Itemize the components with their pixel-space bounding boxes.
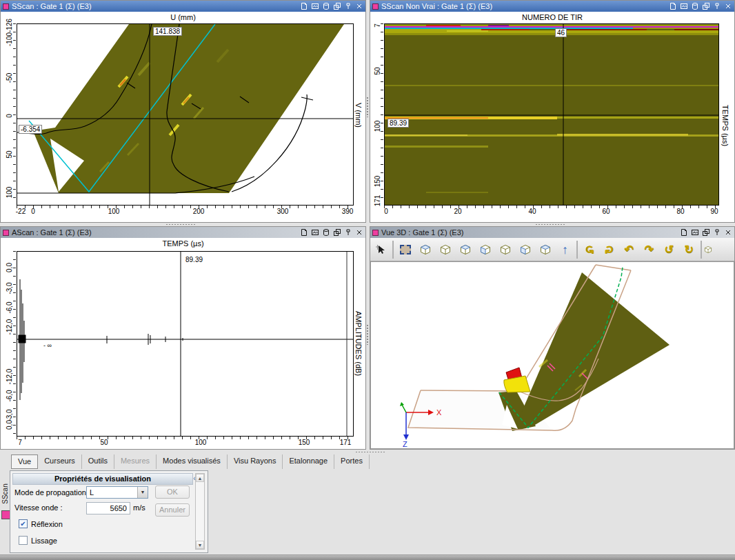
gate-color-swatch	[372, 3, 379, 10]
nv-y-tick: 150	[374, 176, 381, 188]
up-arrow-icon: ↑	[562, 243, 568, 256]
restore-icon[interactable]	[333, 2, 341, 10]
ascan-y-tick: -6,0	[6, 390, 13, 401]
splitter-handle[interactable]	[366, 324, 369, 345]
pin-icon[interactable]	[713, 2, 721, 10]
ascan-content: TEMPS (µs) 0,0 -3,0 -6,0 -12,0 -12,0 -6,…	[1, 238, 365, 449]
cancel-button[interactable]: Annuler	[155, 503, 190, 517]
rotate-down-button[interactable]: ↻	[599, 239, 619, 260]
sscan-side-tab[interactable]: SScan	[0, 481, 10, 523]
nv-x-tick: 20	[454, 208, 461, 215]
close-icon[interactable]	[724, 2, 732, 10]
ascan-y-axis-title: AMPLITUDES (dB)	[354, 311, 363, 376]
ascan-plot[interactable]: 89.39 - ∞	[17, 251, 354, 437]
pointer-tool-button[interactable]	[371, 239, 391, 260]
splitter-handle[interactable]	[366, 97, 369, 117]
pin-icon[interactable]	[344, 2, 352, 10]
sscan-plot[interactable]: 141.838 -6.354	[17, 23, 354, 206]
sscan-y-axis-title: V (mm)	[354, 103, 363, 128]
new-view-icon[interactable]	[680, 228, 688, 237]
pin-icon[interactable]	[713, 228, 721, 237]
orient-up-button[interactable]: ↑	[555, 239, 575, 260]
image-export-icon[interactable]	[691, 228, 699, 237]
panel-sscan-non-vrai: SScan Non Vrai : Gate 1 (Σ) (E3) NUMERO …	[370, 0, 735, 223]
side-tab-label: SScan	[1, 483, 9, 503]
application-window: SScan : Gate 1 (Σ) (E3) U (mm) -126 -100…	[0, 0, 735, 560]
view-right-button[interactable]	[495, 239, 515, 260]
restore-icon[interactable]	[702, 2, 710, 10]
rotate-ccw-button[interactable]: ↺	[659, 239, 679, 260]
sscan-nv-plot[interactable]: 46 89.39	[384, 23, 719, 206]
image-export-icon[interactable]	[311, 2, 319, 10]
tab-outils[interactable]: Outils	[82, 454, 114, 469]
scene-3d[interactable]: X Z	[370, 261, 734, 449]
view-left-button[interactable]	[475, 239, 495, 260]
data-export-icon[interactable]	[322, 2, 330, 10]
view-extra-button[interactable]	[703, 239, 713, 260]
new-view-icon[interactable]	[300, 228, 308, 237]
view-front-button[interactable]	[435, 239, 455, 260]
toolbar-separator	[701, 241, 702, 259]
tab-modes-visualises[interactable]: Modes visualisés	[157, 454, 228, 469]
close-icon[interactable]	[355, 228, 363, 237]
ascan-x-axis-title: TEMPS (µs)	[1, 239, 365, 248]
tab-vue[interactable]: Vue	[11, 454, 38, 469]
properties-scrollbar[interactable]: ▲ ▼	[195, 473, 205, 550]
restore-icon[interactable]	[333, 228, 341, 237]
view-bottom-button[interactable]	[535, 239, 555, 260]
tab-curseurs[interactable]: Curseurs	[38, 454, 82, 469]
ok-button[interactable]: OK	[155, 486, 190, 499]
gate-color-swatch	[3, 3, 9, 10]
restore-icon[interactable]	[702, 228, 710, 237]
rotate-up-button[interactable]: ↺	[579, 239, 599, 260]
v-cursor-value: -6.354	[19, 125, 42, 134]
nv-y-tick: 171	[374, 195, 381, 207]
tab-etalonnage[interactable]: Etalonnage	[283, 454, 334, 469]
pin-icon[interactable]	[344, 228, 352, 237]
new-view-icon[interactable]	[300, 2, 308, 10]
ascan-titlebar[interactable]: AScan : Gate 1 (Σ) (E3)	[1, 227, 365, 238]
lissage-checkbox[interactable]	[19, 536, 28, 545]
sscan-titlebar[interactable]: SScan : Gate 1 (Σ) (E3)	[1, 1, 365, 12]
shot-cursor-value: 46	[555, 28, 567, 37]
data-export-icon[interactable]	[691, 2, 699, 10]
rotate-left-button[interactable]: ↶	[619, 239, 639, 260]
ascan-y-axis-ticks	[13, 251, 16, 436]
rotate-right-icon: ↷	[645, 244, 654, 255]
splitter-handle[interactable]	[535, 223, 565, 226]
rotate-down-icon: ↻	[604, 245, 615, 254]
scroll-up-icon[interactable]: ▲	[196, 474, 204, 482]
ascan-y-tick: -6,0	[6, 301, 13, 313]
rotate-cw-button[interactable]: ↻	[679, 239, 699, 260]
image-export-icon[interactable]	[680, 2, 688, 10]
tab-visu-rayons[interactable]: Visu Rayons	[228, 454, 283, 469]
sscan-y-tick: 100	[6, 187, 13, 199]
rotate-right-button[interactable]: ↷	[639, 239, 659, 260]
ascan-title: AScan : Gate 1 (Σ) (E3)	[12, 228, 92, 237]
sscan-x-tick: 100	[108, 208, 120, 215]
rotate-up-icon: ↺	[584, 245, 595, 254]
zoom-box-button[interactable]	[395, 239, 415, 260]
new-view-icon[interactable]	[669, 2, 677, 10]
sscan-nv-titlebar[interactable]: SScan Non Vrai : Gate 1 (Σ) (E3)	[370, 1, 734, 12]
speed-input[interactable]	[86, 502, 130, 514]
ascan-y-tick: 0,0	[6, 420, 13, 430]
close-icon[interactable]	[355, 2, 363, 10]
scroll-down-icon[interactable]: ▼	[196, 541, 204, 549]
beam-fan-3d	[499, 272, 669, 431]
tab-portes[interactable]: Portes	[334, 454, 370, 469]
gate-color-swatch	[3, 230, 9, 236]
dropdown-arrow-icon[interactable]: ▼	[137, 487, 148, 498]
data-export-icon[interactable]	[322, 228, 330, 237]
image-export-icon[interactable]	[311, 228, 319, 237]
vue3d-titlebar[interactable]: Vue 3D : Gate 1 (Σ) (E3)	[370, 227, 734, 238]
view-iso-button[interactable]	[415, 239, 435, 260]
splitter-handle[interactable]	[355, 451, 385, 453]
splitter-handle[interactable]	[165, 223, 196, 226]
mode-dropdown[interactable]: L ▼	[86, 486, 148, 499]
time-cursor-value: 89.39	[387, 119, 409, 128]
view-top-button[interactable]	[455, 239, 475, 260]
view-back-button[interactable]	[515, 239, 535, 260]
reflexion-checkbox[interactable]: ✔	[19, 519, 28, 528]
close-icon[interactable]	[724, 228, 732, 237]
